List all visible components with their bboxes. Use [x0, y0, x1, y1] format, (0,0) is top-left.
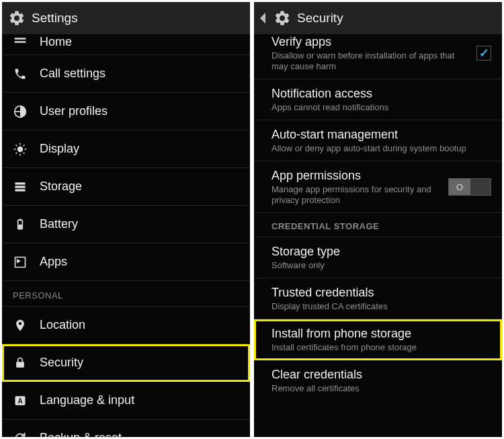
- row-label: Battery: [40, 217, 78, 231]
- phone-icon: [13, 67, 28, 81]
- row-sub: Install certificates from phone storage: [271, 342, 485, 353]
- row-display[interactable]: Display: [2, 130, 250, 168]
- language-icon: A: [13, 393, 28, 408]
- backup-icon: [13, 431, 28, 438]
- security-header: Security: [254, 2, 502, 34]
- row-label: Language & input: [40, 393, 134, 407]
- row-title: Auto-start management: [271, 127, 485, 142]
- storage-icon: [13, 179, 28, 194]
- row-label: Display: [40, 142, 79, 156]
- verify-apps-checkbox[interactable]: ✓: [476, 46, 491, 61]
- location-icon: [13, 318, 28, 333]
- row-sub: Display trusted CA certificates: [271, 301, 485, 312]
- settings-title: Settings: [32, 11, 78, 26]
- row-storage[interactable]: Storage: [2, 168, 250, 206]
- security-list[interactable]: Verify apps Disallow or warn before inst…: [254, 34, 502, 437]
- svg-line-8: [24, 152, 25, 153]
- row-user-profiles[interactable]: User profiles: [2, 93, 250, 130]
- apps-icon: [13, 255, 28, 270]
- svg-rect-17: [19, 218, 21, 220]
- row-label: Call settings: [40, 67, 106, 81]
- display-icon: [13, 142, 28, 157]
- row-language-input[interactable]: A Language & input: [2, 382, 250, 420]
- settings-panel: Settings Home Call settings User profile…: [2, 2, 250, 437]
- row-clear-credentials[interactable]: Clear credentials Remove all certificate…: [254, 360, 502, 397]
- row-label: User profiles: [40, 104, 108, 118]
- toggle-thumb: O: [449, 179, 470, 195]
- row-auto-start[interactable]: Auto-start management Allow or deny app …: [254, 120, 502, 161]
- row-sub: Manage app permissions for security and …: [271, 184, 442, 206]
- svg-line-7: [16, 145, 17, 146]
- row-title: App permissions: [271, 168, 442, 183]
- svg-text:A: A: [17, 397, 22, 405]
- row-storage-type[interactable]: Storage type Software only: [254, 237, 502, 278]
- row-sub: Apps cannot read notifications: [271, 102, 485, 113]
- svg-rect-15: [15, 189, 26, 191]
- svg-point-4: [17, 146, 23, 151]
- row-label: Security: [40, 356, 83, 370]
- row-app-permissions[interactable]: App permissions Manage app permissions f…: [254, 161, 502, 213]
- row-title: Clear credentials: [271, 367, 485, 382]
- svg-line-11: [16, 152, 17, 153]
- svg-rect-14: [15, 186, 26, 188]
- svg-rect-19: [15, 257, 26, 267]
- row-label: Backup & reset: [40, 431, 122, 437]
- row-title: Notification access: [271, 86, 485, 101]
- row-verify-apps[interactable]: Verify apps Disallow or warn before inst…: [254, 34, 502, 79]
- svg-rect-0: [15, 38, 26, 40]
- section-personal: PERSONAL: [2, 281, 250, 307]
- row-label: Home: [40, 35, 72, 49]
- svg-marker-20: [17, 259, 21, 264]
- row-apps[interactable]: Apps: [2, 243, 250, 281]
- svg-rect-18: [19, 225, 22, 229]
- row-home[interactable]: Home: [2, 34, 250, 55]
- check-icon: ✓: [479, 46, 489, 61]
- row-trusted-credentials[interactable]: Trusted credentials Display trusted CA c…: [254, 278, 502, 319]
- svg-rect-13: [15, 182, 26, 184]
- row-sub: Allow or deny app auto-start during syst…: [271, 143, 485, 154]
- lock-icon: [13, 356, 28, 370]
- row-title: Trusted credentials: [271, 285, 485, 300]
- row-sub: Software only: [271, 260, 485, 271]
- row-sub: Disallow or warn before installation of …: [271, 50, 470, 72]
- svg-line-12: [24, 145, 25, 146]
- battery-icon: [13, 217, 28, 232]
- section-credential-storage: CREDENTIAL STORAGE: [254, 213, 502, 237]
- row-sub: Remove all certificates: [271, 383, 485, 394]
- settings-list[interactable]: Home Call settings User profiles Display: [2, 34, 250, 437]
- row-title: Storage type: [271, 244, 485, 259]
- row-label: Storage: [40, 179, 82, 194]
- row-label: Apps: [40, 255, 67, 269]
- svg-rect-21: [16, 362, 24, 367]
- row-battery[interactable]: Battery: [2, 206, 250, 243]
- row-location[interactable]: Location: [2, 307, 250, 344]
- row-install-from-storage[interactable]: Install from phone storage Install certi…: [254, 319, 502, 360]
- security-panel: Security Verify apps Disallow or warn be…: [254, 2, 502, 437]
- svg-rect-1: [15, 41, 26, 43]
- back-icon[interactable]: [259, 9, 267, 28]
- row-title: Verify apps: [271, 34, 470, 49]
- user-profiles-icon: [13, 104, 28, 119]
- gear-icon: [273, 9, 292, 28]
- row-title: Install from phone storage: [271, 326, 485, 341]
- settings-header: Settings: [2, 2, 250, 34]
- security-title: Security: [297, 11, 343, 26]
- row-notification-access[interactable]: Notification access Apps cannot read not…: [254, 79, 502, 120]
- gear-icon: [7, 9, 26, 28]
- row-label: Location: [40, 318, 85, 332]
- row-security[interactable]: Security: [2, 344, 250, 382]
- app-permissions-toggle[interactable]: O: [448, 178, 491, 196]
- row-backup-reset[interactable]: Backup & reset: [2, 420, 250, 437]
- row-call-settings[interactable]: Call settings: [2, 55, 250, 93]
- svg-marker-24: [260, 13, 265, 24]
- home-icon: [13, 34, 28, 49]
